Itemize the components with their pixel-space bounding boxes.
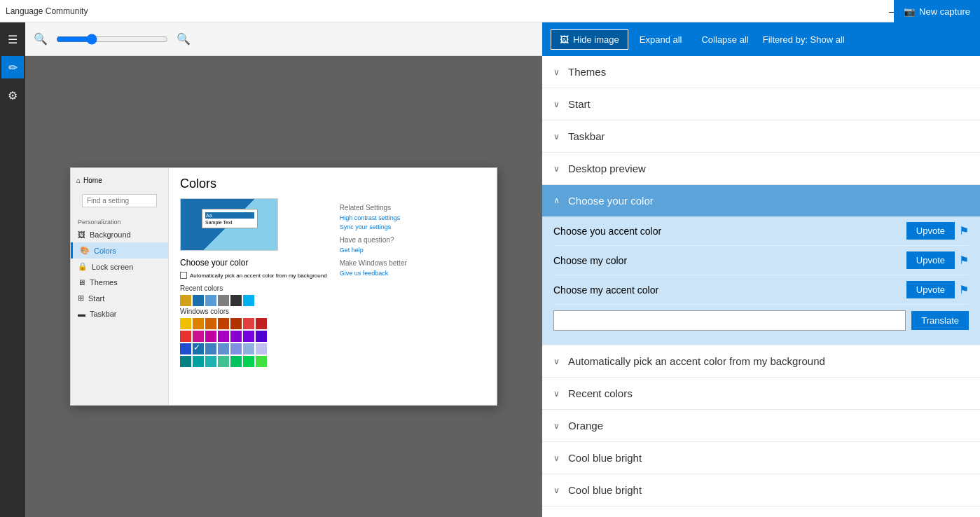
win-search-input[interactable] bbox=[82, 194, 157, 207]
flag-button-3[interactable]: ⚑ bbox=[959, 283, 969, 296]
win-nav-lockscreen[interactable]: 🔒Lock screen bbox=[71, 258, 168, 275]
filtered-label: Filtered by: Show all bbox=[763, 34, 845, 45]
win-link-feedback[interactable]: Give us feedback bbox=[340, 270, 420, 277]
section-choose-color-title: Choose your color bbox=[568, 195, 654, 207]
section-recent-colors-title: Recent colors bbox=[568, 387, 633, 399]
zoom-slider[interactable] bbox=[56, 34, 168, 45]
win-colors-row2 bbox=[180, 331, 327, 342]
section-taskbar: ∨ Taskbar bbox=[542, 120, 980, 153]
new-capture-button[interactable]: 📷 New capture bbox=[894, 0, 980, 22]
expand-all-button[interactable]: Expand all bbox=[631, 30, 691, 49]
win-colors-row3 bbox=[180, 343, 327, 354]
section-orange-title: Orange bbox=[568, 420, 603, 432]
app-title: Language Community bbox=[6, 6, 88, 16]
section-blue-header[interactable]: ∨ Blue bbox=[542, 506, 980, 517]
win-link-sync[interactable]: Sync your settings bbox=[340, 223, 420, 230]
translate-input-row: Translate bbox=[553, 305, 969, 336]
title-bar-left: Language Community bbox=[6, 6, 88, 16]
choose-color-content: Choose you accent color Upvote ⚑ Choose … bbox=[542, 216, 980, 345]
win-recent-label: Recent colors bbox=[180, 284, 327, 292]
title-bar: Language Community — □ ✕ bbox=[0, 0, 980, 22]
upvote-button-1[interactable]: Upvote bbox=[906, 222, 955, 240]
section-choose-color-header[interactable]: ∨ Choose your color bbox=[542, 185, 980, 216]
section-orange-header[interactable]: ∨ Orange bbox=[542, 410, 980, 441]
translate-button[interactable]: Translate bbox=[911, 311, 969, 330]
section-orange: ∨ Orange bbox=[542, 410, 980, 442]
section-themes: ∨ Themes bbox=[542, 56, 980, 88]
win-nav-start[interactable]: ⊞Start bbox=[71, 290, 168, 306]
camera-icon: 📷 bbox=[904, 6, 915, 17]
section-cool-blue-bright-2-title: Cool blue bright bbox=[568, 484, 642, 496]
section-blue: ∨ Blue bbox=[542, 506, 980, 517]
section-recent-colors: ∨ Recent colors bbox=[542, 378, 980, 410]
chevron-cool-blue-2: ∨ bbox=[553, 485, 560, 495]
main-layout: ☰ ✏ ⚙ 🔍 🔍 ⌂ Home Personalization bbox=[0, 22, 980, 517]
section-themes-header[interactable]: ∨ Themes bbox=[542, 56, 980, 88]
chevron-orange: ∨ bbox=[553, 421, 560, 431]
win-screenshot: ⌂ Home Personalization 🖼Background 🎨Colo… bbox=[70, 167, 497, 406]
section-cool-blue-bright-1: ∨ Cool blue bright bbox=[542, 442, 980, 474]
sidebar-menu-icon[interactable]: ☰ bbox=[1, 28, 24, 50]
translate-input[interactable] bbox=[553, 310, 906, 331]
win-nav: ⌂ Home Personalization 🖼Background 🎨Colo… bbox=[71, 168, 169, 405]
translation-label-1: Choose you accent color bbox=[553, 226, 906, 237]
chevron-themes: ∨ bbox=[553, 67, 560, 77]
section-start: ∨ Start bbox=[542, 88, 980, 120]
section-taskbar-title: Taskbar bbox=[568, 130, 605, 142]
win-main: Colors Aa Sample Text Choose your color bbox=[169, 168, 497, 405]
left-sidebar: ☰ ✏ ⚙ bbox=[0, 22, 25, 517]
win-colors-row4 bbox=[180, 356, 327, 367]
win-windows-colors-label: Windows colors bbox=[180, 308, 327, 315]
section-auto-accent-header[interactable]: ∨ Automatically pick an accent color fro… bbox=[542, 345, 980, 377]
win-right-panel: Related Settings High contrast settings … bbox=[334, 198, 425, 368]
translation-label-3: Choose my accent color bbox=[553, 284, 906, 296]
section-list: ∨ Themes ∨ Start ∨ Taskbar bbox=[542, 56, 980, 517]
flag-button-1[interactable]: ⚑ bbox=[959, 224, 969, 237]
win-nav-themes[interactable]: 🖥Themes bbox=[71, 275, 168, 290]
section-desktop-preview-header[interactable]: ∨ Desktop preview bbox=[542, 153, 980, 184]
translation-row-1: Choose you accent color Upvote ⚑ bbox=[553, 216, 969, 246]
chevron-cool-blue-1: ∨ bbox=[553, 453, 560, 463]
new-capture-wrapper: 📷 New capture bbox=[894, 0, 980, 22]
win-nav-background[interactable]: 🖼Background bbox=[71, 227, 168, 242]
upvote-button-3[interactable]: Upvote bbox=[906, 281, 955, 298]
image-toolbar: 🔍 🔍 bbox=[25, 22, 542, 56]
win-personalization-label: Personalization bbox=[71, 214, 168, 227]
chevron-taskbar: ∨ bbox=[553, 132, 560, 142]
win-colors-row1 bbox=[180, 318, 327, 329]
image-area: 🔍 🔍 ⌂ Home Personalization 🖼Background � bbox=[25, 22, 542, 517]
collapse-all-button[interactable]: Collapse all bbox=[693, 30, 757, 49]
win-nav-taskbar[interactable]: ▬Taskbar bbox=[71, 306, 168, 322]
chevron-start: ∨ bbox=[553, 99, 560, 109]
section-recent-colors-header[interactable]: ∨ Recent colors bbox=[542, 378, 980, 409]
section-start-title: Start bbox=[568, 98, 591, 110]
hide-image-button[interactable]: 🖼 Hide image bbox=[551, 29, 628, 50]
flag-button-2[interactable]: ⚑ bbox=[959, 254, 969, 267]
win-colors-title: Colors bbox=[180, 177, 485, 191]
zoom-out-icon[interactable]: 🔍 bbox=[34, 32, 48, 46]
section-start-header[interactable]: ∨ Start bbox=[542, 88, 980, 120]
win-auto-checkbox[interactable] bbox=[180, 272, 187, 279]
win-recent-colors bbox=[180, 295, 327, 306]
section-taskbar-header[interactable]: ∨ Taskbar bbox=[542, 120, 980, 152]
win-preview-inner: Aa Sample Text bbox=[202, 209, 258, 228]
section-auto-accent-title: Automatically pick an accent color from … bbox=[568, 355, 825, 367]
win-nav-colors[interactable]: 🎨Colors bbox=[71, 242, 168, 258]
section-themes-title: Themes bbox=[568, 66, 606, 78]
section-desktop-preview-title: Desktop preview bbox=[568, 163, 646, 174]
section-choose-color: ∨ Choose your color Choose you accent co… bbox=[542, 185, 980, 345]
section-cool-blue-bright-1-header[interactable]: ∨ Cool blue bright bbox=[542, 442, 980, 474]
section-auto-accent: ∨ Automatically pick an accent color fro… bbox=[542, 345, 980, 378]
win-link-contrast[interactable]: High contrast settings bbox=[340, 214, 420, 221]
win-related-settings: Related Settings bbox=[340, 204, 420, 212]
section-cool-blue-bright-2: ∨ Cool blue bright bbox=[542, 474, 980, 506]
win-link-help[interactable]: Get help bbox=[340, 247, 420, 254]
sidebar-settings-icon[interactable]: ⚙ bbox=[1, 84, 24, 106]
upvote-button-2[interactable]: Upvote bbox=[906, 251, 955, 269]
section-cool-blue-bright-2-header[interactable]: ∨ Cool blue bright bbox=[542, 474, 980, 506]
win-have-question: Have a question? bbox=[340, 236, 420, 244]
zoom-in-icon[interactable]: 🔍 bbox=[177, 32, 191, 46]
sidebar-pencil-icon[interactable]: ✏ bbox=[1, 56, 24, 78]
right-panel: 🖼 Hide image Expand all Collapse all Fil… bbox=[542, 22, 980, 517]
win-choose-color-title: Choose your color bbox=[180, 258, 327, 268]
